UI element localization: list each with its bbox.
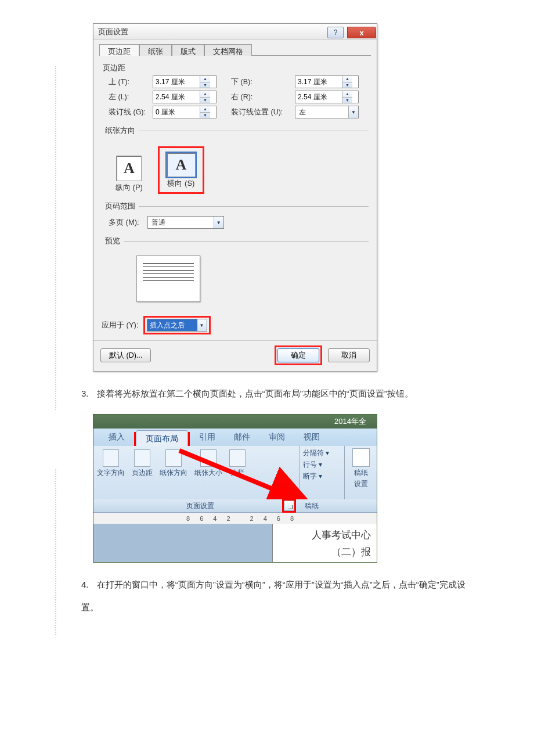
doc-text-line-1: 人事考试中心: [281, 527, 371, 544]
ribbon-item-hyphen[interactable]: 断字 ▾: [303, 471, 343, 481]
section-preview: 预览: [102, 236, 369, 305]
ribbon-item-textdir[interactable]: 文字方向: [93, 446, 128, 499]
section-preview-label: 预览: [102, 236, 124, 246]
ribbon-screenshot: 2014年全 插入 页面布局 引用 邮件 审阅 视图 文字方向 页边距 纸张方向…: [93, 414, 377, 563]
right-spinner[interactable]: ▲▼: [342, 91, 352, 103]
page-setup-dialog: 页面设置 ? x 页边距 纸张 版式 文档网格 页边距 上 (T): ▲▼ 下 …: [93, 23, 377, 372]
left-input[interactable]: ▲▼: [153, 91, 217, 103]
decorative-dots: [55, 469, 56, 635]
document-area: 人事考试中心 （二）报: [93, 524, 377, 562]
gutter-pos-label: 装订线位置 (U):: [231, 107, 295, 117]
dialog-title: 页面设置: [98, 27, 128, 37]
gutter-pos-value: 左: [295, 107, 348, 117]
close-button[interactable]: x: [347, 27, 376, 38]
close-icon: x: [359, 28, 363, 37]
ribbon-title-text: 2014年全: [334, 416, 366, 427]
default-button[interactable]: 默认 (D)...: [100, 348, 151, 362]
ribbon-manuscript-label1: 稿纸: [354, 468, 368, 478]
step-4: 4. 在打开的窗口中，将“页面方向”设置为“横向”，将“应用于”设置为“插入点”…: [81, 573, 476, 618]
section-orientation: 纸张方向 A 纵向 (P) A 横向 (S): [102, 125, 369, 194]
step-3-text: 接着将光标放置在第二个横向页面处，点击“页面布局”功能区中的“页面设置”按钮。: [97, 388, 413, 398]
help-button[interactable]: ?: [327, 27, 344, 38]
gutter-field[interactable]: [153, 106, 200, 118]
right-label: 右 (R):: [231, 92, 295, 102]
margins-icon: [134, 449, 150, 467]
top-input[interactable]: ▲▼: [153, 75, 217, 88]
chevron-down-icon: ▼: [197, 319, 207, 331]
ribbon-tab-references[interactable]: 引用: [190, 429, 225, 446]
step-3: 3. 接着将光标放置在第二个横向页面处，点击“页面布局”功能区中的“页面设置”按…: [81, 382, 476, 405]
top-label: 上 (T):: [102, 77, 153, 87]
tab-margins[interactable]: 页边距: [99, 44, 139, 56]
apply-to-select[interactable]: 插入点之后 ▼: [147, 319, 207, 332]
ribbon-tab-mail[interactable]: 邮件: [225, 429, 259, 446]
margins-grid: 上 (T): ▲▼ 下 (B): ▲▼ 左 (L): ▲▼ 右 (R): ▲▼: [102, 75, 369, 118]
ribbon-manuscript-label2: 设置: [354, 479, 368, 489]
columns-icon: [229, 449, 246, 467]
ribbon-tab-insert[interactable]: 插入: [99, 429, 134, 446]
multi-select[interactable]: 普通 ▼: [147, 216, 224, 229]
apply-to-value: 插入点之后: [147, 321, 197, 330]
section-pages: 页码范围 多页 (M): 普通 ▼: [102, 201, 369, 229]
orientation-landscape[interactable]: A 横向 (S): [163, 150, 199, 190]
tab-paper[interactable]: 纸张: [139, 44, 172, 56]
gutter-input[interactable]: ▲▼: [153, 106, 217, 118]
portrait-icon: A: [124, 160, 135, 177]
size-icon: [200, 449, 217, 467]
ribbon-group-label-page-setup: 页面设置: [186, 501, 214, 511]
manuscript-icon: [352, 448, 370, 467]
document-page: 人事考试中心 （二）报: [272, 524, 377, 562]
bottom-spinner[interactable]: ▲▼: [342, 76, 352, 88]
ribbon-window-title: 2014年全: [93, 415, 377, 429]
step-4-text: 在打开的窗口中，将“页面方向”设置为“横向”，将“应用于”设置为“插入点”之后，…: [81, 579, 466, 612]
left-field[interactable]: [153, 91, 200, 103]
ribbon-item-margins[interactable]: 页边距: [128, 446, 156, 499]
dialog-tabs: 页边距 纸张 版式 文档网格: [93, 40, 377, 55]
tab-layout[interactable]: 版式: [172, 44, 204, 56]
ribbon-footer: 页面设置 稿纸: [93, 499, 377, 512]
dialog-footer: 默认 (D)... 确定 取消: [93, 340, 377, 371]
ribbon-item-orientation[interactable]: 纸张方向: [156, 446, 191, 499]
ribbon-tabs: 插入 页面布局 引用 邮件 审阅 视图: [93, 429, 377, 446]
preview-page: [136, 255, 200, 302]
chevron-down-icon: ▼: [214, 217, 223, 228]
tab-grid[interactable]: 文档网格: [204, 44, 252, 56]
bottom-label: 下 (B):: [231, 77, 295, 87]
gutter-spinner[interactable]: ▲▼: [200, 106, 210, 118]
dialog-titlebar: 页面设置 ? x: [93, 24, 377, 40]
ribbon-tab-review[interactable]: 审阅: [259, 429, 294, 446]
ribbon-item-size[interactable]: 纸张大小: [191, 446, 226, 499]
ribbon-body: 文字方向 页边距 纸张方向 纸张大小 分栏 分隔符 ▾ 行号 ▾ 断字 ▾ 稿纸…: [93, 446, 377, 499]
step-3-number: 3.: [81, 388, 89, 398]
multi-label: 多页 (M):: [109, 217, 139, 228]
left-spinner[interactable]: ▲▼: [200, 91, 210, 103]
left-label: 左 (L):: [102, 92, 153, 102]
orientation-landscape-label: 横向 (S): [167, 178, 194, 189]
orientation-icon: [165, 449, 182, 467]
help-icon: ?: [334, 28, 338, 37]
multi-value: 普通: [148, 218, 214, 228]
section-pages-label: 页码范围: [102, 201, 139, 211]
apply-label: 应用于 (Y):: [102, 320, 139, 330]
ribbon-item-breaks[interactable]: 分隔符 ▾: [303, 448, 343, 458]
ribbon-item-lineno[interactable]: 行号 ▾: [303, 460, 343, 470]
section-orientation-label: 纸张方向: [102, 125, 139, 136]
ribbon-tab-layout[interactable]: 页面布局: [136, 430, 188, 447]
right-input[interactable]: ▲▼: [295, 91, 359, 103]
top-spinner[interactable]: ▲▼: [200, 76, 210, 88]
ok-button[interactable]: 确定: [277, 348, 319, 362]
gutter-label: 装订线 (G):: [102, 107, 153, 117]
cancel-button[interactable]: 取消: [328, 348, 370, 362]
decorative-dots: [55, 66, 56, 410]
right-field[interactable]: [295, 91, 342, 103]
page-setup-launcher[interactable]: [284, 501, 294, 511]
orientation-portrait[interactable]: A 纵向 (P): [112, 153, 146, 194]
bottom-input[interactable]: ▲▼: [295, 75, 359, 88]
ribbon-item-columns[interactable]: 分栏: [226, 446, 249, 499]
doc-text-line-2: （二）报: [281, 544, 371, 561]
step-4-number: 4.: [81, 579, 89, 589]
bottom-field[interactable]: [295, 76, 342, 88]
ribbon-tab-view[interactable]: 视图: [294, 429, 329, 446]
gutter-pos-select[interactable]: 左 ▼: [295, 106, 359, 118]
top-field[interactable]: [153, 76, 200, 88]
